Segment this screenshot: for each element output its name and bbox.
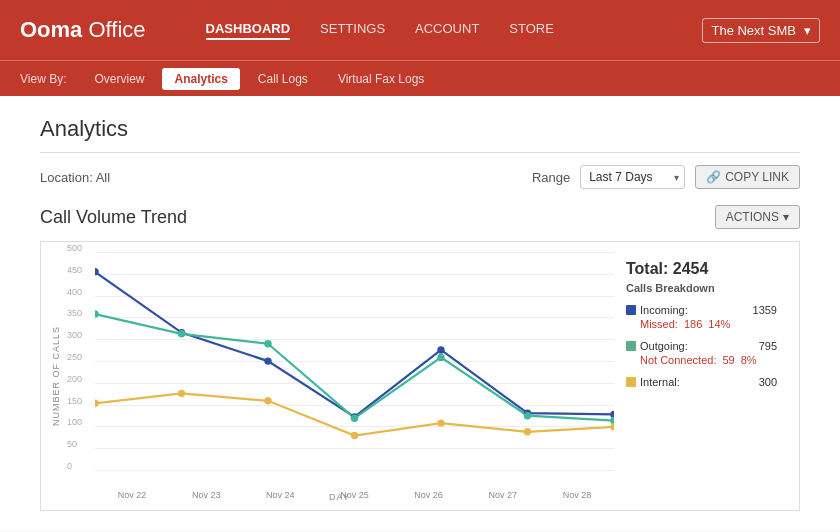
x-label-4: Nov 26 [392, 490, 466, 500]
view-by-label: View By: [20, 72, 66, 86]
breakdown-internal: Internal: 300 [626, 376, 777, 388]
svg-point-2 [264, 357, 271, 364]
y-axis-label: NUMBER OF CALLS [51, 326, 61, 426]
sub-nav: View By: Overview Analytics Call Logs Vi… [0, 60, 840, 96]
incoming-color-dot [626, 305, 636, 315]
outgoing-count: 795 [759, 340, 777, 352]
not-connected-label: Not Connected: [640, 354, 716, 366]
internal-count: 300 [759, 376, 777, 388]
x-label-1: Nov 23 [169, 490, 243, 500]
missed-count: 186 [684, 318, 702, 330]
svg-point-15 [178, 390, 185, 397]
outgoing-color-dot [626, 341, 636, 351]
svg-point-17 [351, 432, 358, 439]
svg-point-4 [437, 346, 444, 353]
filter-row: Location: All Range Last 7 Days Last 30 … [40, 165, 800, 189]
copy-link-label: COPY LINK [725, 170, 789, 184]
svg-point-19 [524, 428, 531, 435]
breakdown-outgoing: Outgoing: 795 Not Connected: 59 8% [626, 340, 777, 366]
content-area: Analytics Location: All Range Last 7 Day… [0, 96, 840, 531]
internal-color-dot [626, 377, 636, 387]
logo: Ooma Office [20, 17, 146, 43]
logo-suffix: Office [82, 17, 145, 42]
chart-area: 500 450 400 350 300 250 200 150 100 50 0 [65, 252, 614, 500]
x-label-0: Nov 22 [95, 490, 169, 500]
actions-button[interactable]: ACTIONS ▾ [715, 205, 800, 229]
x-axis-label: DAY [329, 492, 350, 502]
nav-dashboard[interactable]: DASHBOARD [206, 21, 291, 40]
account-name: The Next SMB [711, 23, 796, 38]
total-label: Total: 2454 [626, 260, 777, 278]
svg-point-12 [524, 412, 531, 419]
range-label: Range [532, 170, 570, 185]
nav-account[interactable]: ACCOUNT [415, 21, 479, 40]
nav-store[interactable]: STORE [509, 21, 554, 40]
x-labels: Nov 22 Nov 23 Nov 24 Nov 25 Nov 26 Nov 2… [95, 490, 614, 500]
not-connected-pct: 8% [741, 354, 757, 366]
svg-point-10 [351, 414, 358, 421]
svg-point-16 [264, 397, 271, 404]
x-label-2: Nov 24 [243, 490, 317, 500]
chevron-down-icon: ▾ [783, 210, 789, 224]
internal-label: Internal: [640, 376, 755, 388]
location-label: Location: All [40, 170, 110, 185]
not-connected-count: 59 [722, 354, 734, 366]
actions-label: ACTIONS [726, 210, 779, 224]
breakdown-incoming: Incoming: 1359 Missed: 186 14% [626, 304, 777, 330]
svg-point-18 [437, 419, 444, 426]
incoming-label: Incoming: [640, 304, 749, 316]
page-title: Analytics [40, 116, 800, 153]
nav-settings[interactable]: SETTINGS [320, 21, 385, 40]
missed-pct: 14% [708, 318, 730, 330]
svg-point-7 [95, 310, 99, 317]
account-selector[interactable]: The Next SMB ▾ [702, 18, 820, 43]
breakdown-title: Calls Breakdown [626, 282, 777, 294]
svg-point-8 [178, 330, 185, 337]
header: Ooma Office DASHBOARD SETTINGS ACCOUNT S… [0, 0, 840, 60]
section-title: Call Volume Trend [40, 207, 187, 228]
tab-virtual-fax-logs[interactable]: Virtual Fax Logs [326, 68, 437, 90]
x-label-5: Nov 27 [466, 490, 540, 500]
chart-breakdown: Total: 2454 Calls Breakdown Incoming: 13… [614, 252, 789, 500]
x-label-6: Nov 28 [540, 490, 614, 500]
section-header: Call Volume Trend ACTIONS ▾ [40, 205, 800, 229]
incoming-count: 1359 [753, 304, 777, 316]
tab-call-logs[interactable]: Call Logs [246, 68, 320, 90]
svg-point-11 [437, 354, 444, 361]
svg-point-20 [610, 423, 614, 430]
svg-point-9 [264, 340, 271, 347]
link-icon: 🔗 [706, 170, 721, 184]
tab-analytics[interactable]: Analytics [162, 68, 239, 90]
copy-link-button[interactable]: 🔗 COPY LINK [695, 165, 800, 189]
tab-overview[interactable]: Overview [82, 68, 156, 90]
range-select[interactable]: Last 7 Days Last 30 Days Last 90 Days [580, 165, 685, 189]
chart-left: NUMBER OF CALLS 500 450 400 350 300 250 … [51, 252, 614, 500]
range-select-wrapper: Last 7 Days Last 30 Days Last 90 Days [580, 165, 685, 189]
chevron-down-icon: ▾ [804, 23, 811, 38]
main-nav: DASHBOARD SETTINGS ACCOUNT STORE [206, 21, 703, 40]
line-chart-svg [95, 252, 614, 500]
outgoing-label: Outgoing: [640, 340, 755, 352]
missed-label: Missed: [640, 318, 678, 330]
filter-right: Range Last 7 Days Last 30 Days Last 90 D… [532, 165, 800, 189]
svg-point-14 [95, 400, 99, 407]
chart-container: NUMBER OF CALLS 500 450 400 350 300 250 … [40, 241, 800, 511]
